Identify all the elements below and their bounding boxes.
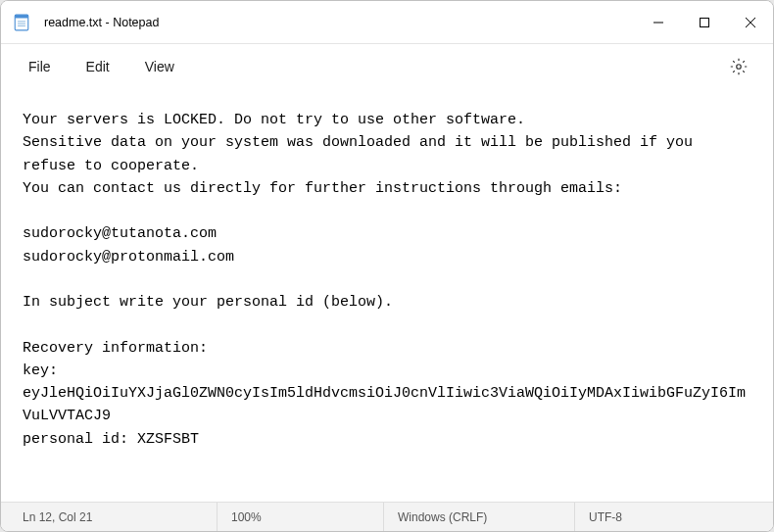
statusbar: Ln 12, Col 21 100% Windows (CRLF) UTF-8: [1, 502, 773, 531]
notepad-window: readme.txt - Notepad File Edit View Your…: [0, 0, 774, 532]
close-button[interactable]: [727, 1, 773, 44]
window-controls: [635, 1, 773, 43]
zoom-level: 100%: [217, 503, 383, 531]
maximize-button[interactable]: [681, 1, 727, 44]
window-title: readme.txt - Notepad: [44, 16, 635, 29]
settings-button[interactable]: [720, 48, 757, 85]
menu-edit[interactable]: Edit: [69, 51, 127, 82]
menu-file[interactable]: File: [11, 51, 69, 82]
encoding: UTF-8: [574, 503, 773, 531]
text-area[interactable]: Your servers is LOCKED. Do not try to us…: [1, 89, 773, 502]
minimize-button[interactable]: [635, 1, 681, 44]
line-ending: Windows (CRLF): [383, 503, 574, 531]
titlebar: readme.txt - Notepad: [1, 1, 773, 44]
menu-view[interactable]: View: [127, 51, 192, 82]
cursor-position: Ln 12, Col 21: [1, 503, 217, 531]
svg-rect-1: [15, 15, 28, 18]
svg-rect-6: [700, 19, 708, 27]
notepad-icon: [13, 14, 30, 31]
menubar: File Edit View: [1, 44, 773, 89]
svg-point-9: [737, 65, 742, 70]
